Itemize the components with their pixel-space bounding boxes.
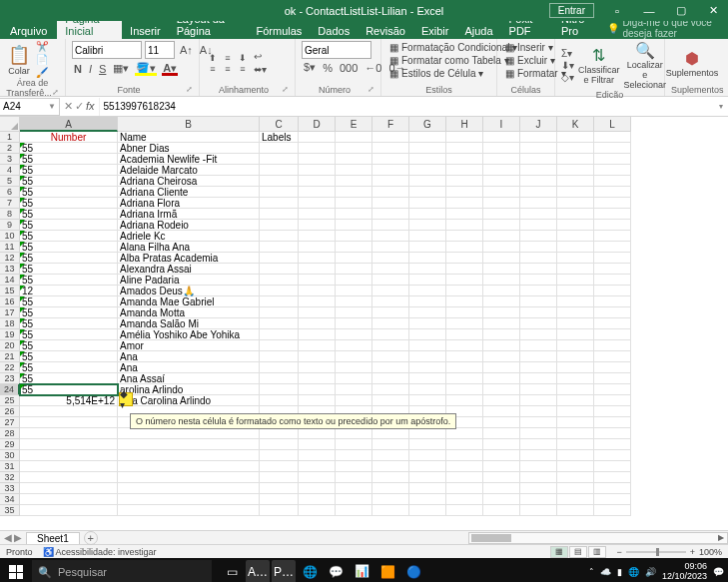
number-format-combo[interactable] <box>302 41 371 59</box>
align-center-button[interactable]: ≡ <box>221 64 235 74</box>
cell-I5[interactable] <box>483 176 520 187</box>
cell-K26[interactable] <box>557 406 594 417</box>
cell-I9[interactable] <box>483 220 520 231</box>
cell-B3[interactable]: Academia Newlife -Fit <box>118 154 260 165</box>
cell-I22[interactable] <box>483 362 520 373</box>
cell-L34[interactable] <box>594 494 631 505</box>
column-header-G[interactable]: G <box>409 117 446 132</box>
cell-H5[interactable] <box>446 176 483 187</box>
cell-L8[interactable] <box>594 209 631 220</box>
add-sheet-button[interactable]: + <box>84 531 98 545</box>
cell-A33[interactable] <box>20 483 118 494</box>
cell-H22[interactable] <box>446 362 483 373</box>
cell-J8[interactable] <box>520 209 557 220</box>
tab-formulas[interactable]: Fórmulas <box>249 23 311 39</box>
cell-D2[interactable] <box>299 143 336 154</box>
cell-H30[interactable] <box>446 450 483 461</box>
cell-G19[interactable] <box>409 329 446 340</box>
cell-F12[interactable] <box>372 253 409 264</box>
row-header-19[interactable]: 19 <box>0 329 20 340</box>
cell-I12[interactable] <box>483 253 520 264</box>
cell-E34[interactable] <box>336 494 372 505</box>
cancel-formula-button[interactable]: ✕ <box>64 100 73 113</box>
column-header-K[interactable]: K <box>557 117 594 132</box>
cell-C8[interactable] <box>260 209 299 220</box>
zoom-out-button[interactable]: − <box>616 547 621 557</box>
cell-J18[interactable] <box>520 318 557 329</box>
cell-K3[interactable] <box>557 154 594 165</box>
cell-J3[interactable] <box>520 154 557 165</box>
column-header-J[interactable]: J <box>520 117 557 132</box>
cell-K14[interactable] <box>557 275 594 286</box>
cell-A4[interactable]: 55 <box>20 165 118 176</box>
cell-H1[interactable] <box>446 132 483 143</box>
row-header-35[interactable]: 35 <box>0 505 20 516</box>
cell-B25[interactable]: Ana Carolina Arlindo <box>118 395 260 406</box>
cell-D20[interactable] <box>299 340 336 351</box>
cell-J1[interactable] <box>520 132 557 143</box>
cell-L31[interactable] <box>594 461 631 472</box>
cell-L16[interactable] <box>594 296 631 307</box>
cell-A10[interactable]: 55 <box>20 231 118 242</box>
cell-A30[interactable] <box>20 450 118 461</box>
align-left-button[interactable]: ≡ <box>206 64 220 74</box>
delete-cells-button[interactable]: ▦ Excluir ▾ <box>503 54 548 67</box>
cell-D14[interactable] <box>299 275 336 286</box>
cell-C30[interactable] <box>260 450 299 461</box>
row-header-16[interactable]: 16 <box>0 296 20 307</box>
row-header-7[interactable]: 7 <box>0 198 20 209</box>
cell-D18[interactable] <box>299 318 336 329</box>
cell-F21[interactable] <box>372 351 409 362</box>
cell-A1[interactable]: Number <box>20 132 118 143</box>
cell-C29[interactable] <box>260 439 299 450</box>
cell-D21[interactable] <box>299 351 336 362</box>
cell-E5[interactable] <box>336 176 372 187</box>
cell-G32[interactable] <box>409 472 446 483</box>
column-header-C[interactable]: C <box>260 117 299 132</box>
cell-K30[interactable] <box>557 450 594 461</box>
cell-A5[interactable]: 55 <box>20 176 118 187</box>
cell-I13[interactable] <box>483 264 520 275</box>
cell-C3[interactable] <box>260 154 299 165</box>
row-header-26[interactable]: 26 <box>0 406 20 417</box>
cell-B24[interactable]: arolina Arlindo <box>118 384 260 395</box>
cell-I29[interactable] <box>483 439 520 450</box>
align-middle-button[interactable]: ≡ <box>221 53 235 63</box>
cell-K11[interactable] <box>557 242 594 253</box>
cell-L12[interactable] <box>594 253 631 264</box>
fill-color-button[interactable]: 🪣▾ <box>134 62 158 75</box>
page-layout-view-button[interactable]: ▤ <box>569 546 587 558</box>
cell-I17[interactable] <box>483 307 520 318</box>
sort-filter-button[interactable]: ⇅Classificar e Filtrar <box>578 46 620 85</box>
cell-L3[interactable] <box>594 154 631 165</box>
cell-G9[interactable] <box>409 220 446 231</box>
cell-J5[interactable] <box>520 176 557 187</box>
cell-K33[interactable] <box>557 483 594 494</box>
row-header-25[interactable]: 25 <box>0 395 20 406</box>
cell-H11[interactable] <box>446 242 483 253</box>
cell-L32[interactable] <box>594 472 631 483</box>
signin-button[interactable]: Entrar <box>549 3 594 18</box>
autosum-button[interactable]: Σ▾ <box>561 48 574 59</box>
row-header-32[interactable]: 32 <box>0 472 20 483</box>
cell-F23[interactable] <box>372 373 409 384</box>
align-bottom-button[interactable]: ⬇ <box>236 53 250 63</box>
cell-C22[interactable] <box>260 362 299 373</box>
cell-F4[interactable] <box>372 165 409 176</box>
cell-I26[interactable] <box>483 406 520 417</box>
cell-F24[interactable] <box>372 384 409 395</box>
cell-E7[interactable] <box>336 198 372 209</box>
cell-J15[interactable] <box>520 286 557 296</box>
error-smart-tag[interactable]: ◆ ▾ <box>119 392 133 406</box>
page-break-view-button[interactable]: ▥ <box>588 546 606 558</box>
cell-A8[interactable]: 55 <box>20 209 118 220</box>
cell-H35[interactable] <box>446 505 483 516</box>
tray-bar-icon[interactable]: ▮ <box>617 567 622 577</box>
cell-G23[interactable] <box>409 373 446 384</box>
italic-button[interactable]: I <box>87 63 94 75</box>
cell-B21[interactable]: Ana <box>118 351 260 362</box>
cell-J13[interactable] <box>520 264 557 275</box>
cell-E4[interactable] <box>336 165 372 176</box>
row-header-1[interactable]: 1 <box>0 132 20 143</box>
cell-G2[interactable] <box>409 143 446 154</box>
